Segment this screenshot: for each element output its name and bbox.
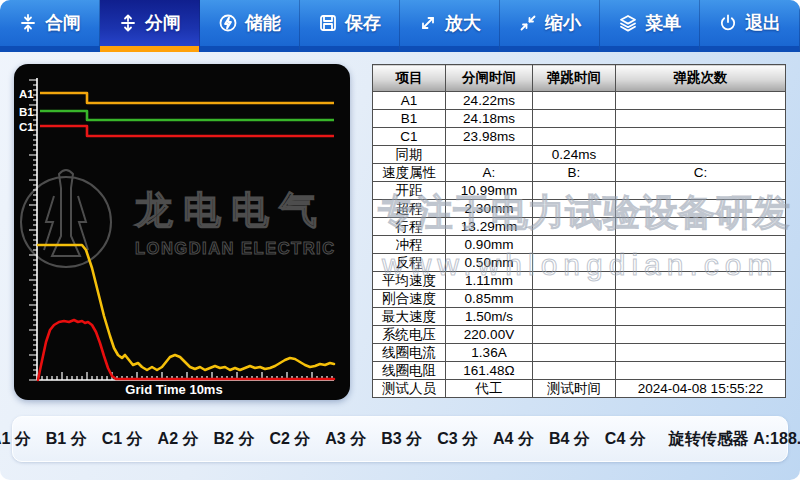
- table-cell: A:: [446, 164, 533, 182]
- rotary-sensor-readout: 旋转传感器 A:188.4: [669, 429, 800, 450]
- tab-label: 储能: [245, 11, 281, 35]
- tab-save[interactable]: 保存: [300, 0, 400, 52]
- tab-close[interactable]: 合闸: [0, 0, 100, 52]
- svg-text:龙电电气: 龙电电气: [134, 189, 327, 231]
- table-cell: [616, 272, 786, 290]
- table-cell: 最大速度: [373, 308, 446, 326]
- table-cell: [446, 146, 533, 164]
- table-row: A124.22ms: [373, 92, 786, 110]
- close-switch-icon: [18, 13, 38, 33]
- table-cell: 系统电压: [373, 326, 446, 344]
- col-header-bounce-time: 弹跳时间: [533, 65, 616, 92]
- tab-zoom-out[interactable]: 缩小: [500, 0, 600, 52]
- table-row: 线圈电流1.36A: [373, 344, 786, 362]
- phase-status-item: C3 分: [437, 429, 478, 450]
- tab-label: 合闸: [45, 11, 81, 35]
- table-cell: 平均速度: [373, 272, 446, 290]
- table-cell: 线圈电流: [373, 344, 446, 362]
- table-row: 速度属性A:B:C:: [373, 164, 786, 182]
- svg-text:A1: A1: [19, 88, 34, 100]
- table-cell: [533, 344, 616, 362]
- phase-status-item: A1 分: [0, 429, 31, 450]
- table-cell: 0.85mm: [446, 290, 533, 308]
- col-header-item: 项目: [373, 65, 446, 92]
- table-cell: [616, 92, 786, 110]
- table-cell: [616, 128, 786, 146]
- table-cell: 测试人员: [373, 380, 446, 398]
- phase-status-item: C1 分: [102, 429, 143, 450]
- tab-exit[interactable]: 退出: [700, 0, 800, 52]
- table-cell: 测试时间: [533, 380, 616, 398]
- table-cell: [533, 110, 616, 128]
- table-cell: 220.00V: [446, 326, 533, 344]
- table-cell: 冲程: [373, 236, 446, 254]
- table-cell: [616, 110, 786, 128]
- table-row: 反程0.50mm: [373, 254, 786, 272]
- tab-underline: [400, 46, 499, 52]
- table-cell: 1.36A: [446, 344, 533, 362]
- table-row: 开距10.99mm: [373, 182, 786, 200]
- table-cell: C:: [616, 164, 786, 182]
- tab-open[interactable]: 分闸: [100, 0, 200, 52]
- table-cell: [533, 128, 616, 146]
- table-cell: 0.90mm: [446, 236, 533, 254]
- svg-text:LONGDIAN ELECTRIC: LONGDIAN ELECTRIC: [135, 239, 336, 257]
- zoom-out-icon: [518, 13, 538, 33]
- svg-text:C1: C1: [19, 121, 34, 133]
- phase-status-item: B3 分: [381, 429, 422, 450]
- table-cell: [533, 326, 616, 344]
- table-cell: [533, 362, 616, 380]
- tab-underline: [100, 46, 199, 52]
- tab-label: 分闸: [145, 11, 181, 35]
- tab-label: 放大: [445, 11, 481, 35]
- table-cell: 10.99mm: [446, 182, 533, 200]
- tab-charge[interactable]: 储能: [200, 0, 300, 52]
- table-cell: 0.50mm: [446, 254, 533, 272]
- open-switch-icon: [118, 13, 138, 33]
- waveform-chart: 龙电电气LONGDIAN ELECTRICA1B1C1Grid Time 10m…: [14, 64, 350, 400]
- table-cell: 线圈电阻: [373, 362, 446, 380]
- table-row: 刚合速度0.85mm: [373, 290, 786, 308]
- table-cell: [616, 146, 786, 164]
- table-cell: B1: [373, 110, 446, 128]
- table-cell: C1: [373, 128, 446, 146]
- table-cell: [533, 182, 616, 200]
- table-row: C123.98ms: [373, 128, 786, 146]
- table-cell: 同期: [373, 146, 446, 164]
- waveform-panel[interactable]: 龙电电气LONGDIAN ELECTRICA1B1C1Grid Time 10m…: [14, 64, 350, 400]
- table-cell: 23.98ms: [446, 128, 533, 146]
- tab-underline: [0, 46, 99, 52]
- save-icon: [318, 13, 338, 33]
- phase-status-list: A1 分B1 分C1 分A2 分B2 分C2 分A3 分B3 分C3 分A4 分…: [0, 429, 646, 450]
- tab-label: 菜单: [645, 11, 681, 35]
- svg-text:Grid Time 10ms: Grid Time 10ms: [125, 382, 222, 397]
- status-bar: A1 分B1 分C1 分A2 分B2 分C2 分A3 分B3 分C3 分A4 分…: [12, 416, 788, 462]
- table-cell: [616, 344, 786, 362]
- menu-layers-icon: [618, 13, 638, 33]
- results-table-wrap: 项目 分闸时间 弹跳时间 弹跳次数 A124.22msB124.18msC123…: [372, 64, 785, 398]
- table-cell: B:: [533, 164, 616, 182]
- table-row: 最大速度1.50m/s: [373, 308, 786, 326]
- table-row: 平均速度1.11mm: [373, 272, 786, 290]
- table-cell: [533, 218, 616, 236]
- table-cell: 13.29mm: [446, 218, 533, 236]
- tab-menu[interactable]: 菜单: [600, 0, 700, 52]
- phase-status-item: C2 分: [269, 429, 310, 450]
- tab-underline: [500, 46, 599, 52]
- table-cell: [616, 308, 786, 326]
- table-cell: 开距: [373, 182, 446, 200]
- table-cell: [533, 92, 616, 110]
- energy-storage-icon: [218, 13, 238, 33]
- table-cell: 24.22ms: [446, 92, 533, 110]
- tab-label: 保存: [345, 11, 381, 35]
- table-row: 冲程0.90mm: [373, 236, 786, 254]
- table-cell: A1: [373, 92, 446, 110]
- col-header-open-time: 分闸时间: [446, 65, 533, 92]
- table-row: 超程2.30mm: [373, 200, 786, 218]
- table-cell: 1.50m/s: [446, 308, 533, 326]
- tab-zoom-in[interactable]: 放大: [400, 0, 500, 52]
- tab-label: 退出: [745, 11, 781, 35]
- table-cell: 0.24ms: [533, 146, 616, 164]
- table-cell: 超程: [373, 200, 446, 218]
- results-table: 项目 分闸时间 弹跳时间 弹跳次数 A124.22msB124.18msC123…: [372, 64, 786, 398]
